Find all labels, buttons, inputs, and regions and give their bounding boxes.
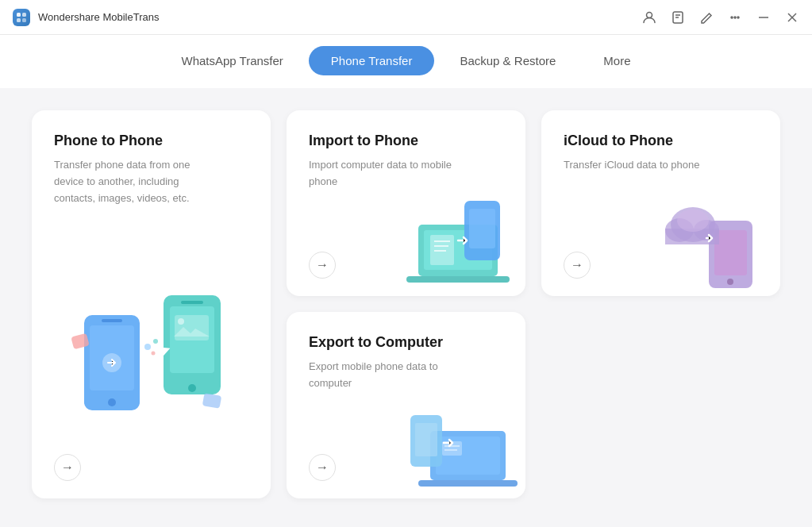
nav-phone-transfer[interactable]: Phone Transfer [309, 46, 435, 75]
svg-point-44 [677, 210, 709, 232]
svg-rect-14 [102, 319, 122, 322]
svg-point-8 [737, 17, 739, 18]
titlebar-controls [642, 10, 799, 25]
nav-backup-restore[interactable]: Backup & Restore [437, 46, 578, 75]
app-icon [13, 9, 30, 26]
svg-rect-50 [442, 441, 462, 456]
svg-rect-38 [714, 230, 747, 275]
minimize-icon[interactable] [756, 10, 771, 25]
card-phone-to-phone-title: Phone to Phone [54, 133, 248, 149]
svg-rect-21 [202, 393, 221, 409]
card-phone-to-phone-arrow[interactable]: → [54, 454, 81, 481]
svg-point-27 [151, 352, 155, 356]
card-phone-to-phone[interactable]: Phone to Phone Transfer phone data from … [32, 110, 271, 498]
svg-point-25 [144, 344, 151, 350]
svg-point-19 [188, 384, 196, 392]
nav-whatsapp-transfer[interactable]: WhatsApp Transfer [159, 46, 305, 75]
svg-point-26 [153, 339, 158, 344]
svg-point-4 [647, 12, 652, 17]
svg-rect-18 [181, 301, 203, 304]
svg-rect-3 [22, 18, 26, 22]
svg-rect-2 [17, 18, 21, 22]
card-phone-to-phone-desc: Transfer phone data from one device to a… [54, 157, 213, 206]
main-content: Phone to Phone Transfer phone data from … [0, 88, 812, 521]
card-export-to-computer[interactable]: Export to Computer Export mobile phone d… [287, 312, 525, 498]
icloud-illustration [649, 181, 776, 292]
svg-rect-32 [469, 209, 495, 248]
card-export-title: Export to Computer [309, 334, 503, 351]
card-icloud-title: iCloud to Phone [564, 133, 758, 149]
bookmark-icon[interactable] [671, 10, 685, 25]
titlebar: Wondershare MobileTrans [0, 0, 812, 35]
card-import-arrow[interactable]: → [309, 252, 336, 279]
card-export-arrow[interactable]: → [309, 454, 336, 481]
user-icon[interactable] [642, 10, 656, 25]
svg-rect-0 [17, 13, 21, 17]
import-illustration [394, 181, 521, 292]
svg-point-15 [108, 398, 116, 406]
card-icloud-desc: Transfer iCloud data to phone [564, 157, 722, 174]
card-icloud-arrow[interactable]: → [564, 252, 591, 279]
nav-more[interactable]: More [581, 46, 652, 75]
nav-bar: WhatsApp Transfer Phone Transfer Backup … [0, 35, 812, 88]
card-icloud-to-phone[interactable]: iCloud to Phone Transfer iCloud data to … [541, 110, 780, 296]
svg-rect-47 [418, 480, 518, 487]
phone-to-phone-illustration [68, 271, 235, 430]
svg-point-6 [731, 17, 733, 18]
close-icon[interactable] [785, 10, 799, 25]
titlebar-left: Wondershare MobileTrans [13, 9, 159, 26]
app-title-text: Wondershare MobileTrans [38, 11, 159, 23]
svg-rect-49 [415, 423, 437, 456]
svg-point-39 [727, 279, 733, 285]
svg-rect-1 [22, 13, 26, 17]
edit-icon[interactable] [699, 10, 714, 25]
menu-icon[interactable] [728, 10, 742, 25]
svg-point-24 [178, 318, 184, 325]
svg-rect-30 [406, 276, 510, 283]
card-import-title: Import to Phone [309, 133, 503, 149]
card-import-to-phone[interactable]: Import to Phone Import computer data to … [287, 110, 525, 296]
svg-point-7 [734, 17, 736, 18]
export-illustration [394, 383, 521, 494]
